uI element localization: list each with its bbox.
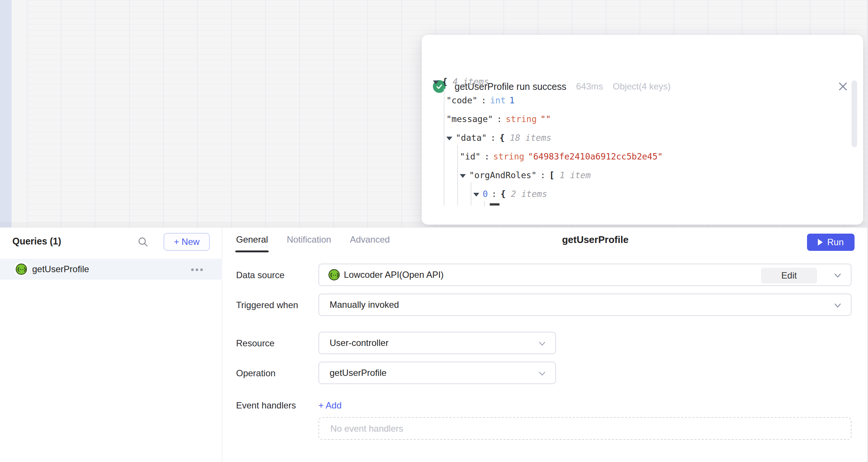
json-key: "message" (446, 114, 493, 124)
json-key: "id" (460, 152, 480, 161)
json-bracket: [ (549, 170, 554, 180)
collapse-arrow-icon[interactable] (433, 80, 439, 84)
event-handlers-label: Event handlers (236, 400, 296, 411)
json-tree-row: "id":string"64983fe2410a6912cc5b2e45" (433, 147, 844, 166)
collapse-arrow-icon[interactable] (446, 137, 452, 140)
event-handlers-empty-text: No event handlers (330, 423, 403, 434)
operation-value: getUserProfile (330, 368, 386, 378)
event-handlers-empty-box: No event handlers (318, 417, 852, 440)
popup-scrollbar[interactable] (852, 80, 857, 147)
json-item-count: 2 items (511, 189, 547, 199)
json-colon: : (497, 114, 502, 124)
resource-label: Resource (236, 338, 275, 349)
resource-value: User-controller (330, 338, 388, 348)
json-colon: : (540, 170, 545, 180)
json-tree-row: "message":string"" (433, 110, 844, 128)
json-key: "orgAndRoles" (469, 170, 537, 180)
json-colon: : (484, 152, 489, 161)
chevron-down-icon (537, 339, 547, 350)
add-event-handler-link[interactable]: + Add (318, 400, 342, 411)
new-query-button[interactable]: + New (163, 233, 210, 251)
edit-datasource-button[interactable]: Edit (761, 268, 817, 283)
operation-select[interactable]: getUserProfile (318, 362, 556, 384)
json-tree-row: {4 items (433, 72, 844, 91)
json-type-label: string (493, 152, 524, 161)
search-icon[interactable] (136, 235, 150, 249)
triggered-when-value: Manually invoked (330, 300, 399, 310)
json-tree-row: "code":int1 (433, 91, 844, 110)
chevron-down-icon (833, 271, 843, 282)
json-colon: : (492, 189, 497, 199)
json-bracket: { (499, 133, 505, 143)
json-tree-row: "orgAndRoles":[1 item (433, 166, 844, 185)
clipped-row-sliver (490, 203, 499, 206)
indent-guide (457, 145, 458, 206)
resource-select[interactable]: User-controller (318, 332, 556, 354)
json-type-label: string (505, 114, 537, 124)
config-tabs: General Notification Advanced (235, 232, 391, 247)
data-source-label: Data source (236, 270, 284, 280)
json-key: "data" (456, 133, 487, 143)
collapse-arrow-icon[interactable] (473, 193, 479, 197)
query-panel: Queries (1) + New getUserProfile ••• Gen… (0, 227, 868, 462)
query-list-item[interactable]: getUserProfile ••• (0, 259, 222, 280)
canvas-left-strip (0, 0, 12, 227)
json-value: "" (541, 114, 551, 124)
json-colon: : (481, 95, 486, 105)
queries-header: Queries (1) + New (0, 228, 222, 256)
json-value: "64983fe2410a6912cc5b2e45" (528, 152, 663, 161)
triggered-when-label: Triggered when (236, 300, 298, 310)
play-icon (818, 239, 823, 246)
json-key: 0 (483, 189, 488, 199)
open-api-icon (328, 269, 340, 281)
json-bracket: { (442, 77, 447, 86)
chevron-down-icon (833, 301, 843, 312)
query-menu-icon[interactable]: ••• (191, 264, 204, 276)
run-label: Run (827, 237, 844, 247)
query-result-popup: getUserProfile run success 643ms Object(… (422, 35, 863, 225)
tab-notification[interactable]: Notification (286, 232, 332, 247)
queries-title: Queries (1) (12, 236, 61, 247)
json-tree-row: 0:{2 items (433, 185, 844, 203)
query-name: getUserProfile (32, 264, 89, 274)
query-config-panel: General Notification Advanced getUserPro… (223, 228, 868, 462)
lowcoder-query-editor: getUserProfile run success 643ms Object(… (0, 0, 868, 462)
json-type-label: int (490, 95, 506, 105)
json-key: "code" (446, 95, 477, 105)
data-source-value: Lowcoder API(Open API) (344, 270, 444, 280)
json-colon: : (490, 133, 496, 143)
json-item-count: 4 items (453, 77, 489, 86)
operation-label: Operation (236, 368, 275, 379)
json-value: 1 (510, 95, 515, 105)
collapse-arrow-icon[interactable] (460, 174, 466, 178)
tab-advanced[interactable]: Advanced (349, 232, 391, 247)
json-bracket: { (501, 189, 506, 199)
indent-guide (484, 201, 485, 206)
open-api-icon (15, 263, 28, 276)
json-item-count: 1 item (560, 170, 591, 180)
triggered-when-select[interactable]: Manually invoked (318, 294, 852, 316)
query-title: getUserProfile (562, 234, 629, 246)
data-source-select[interactable]: Lowcoder API(Open API) Edit (318, 264, 852, 286)
indent-guide (471, 182, 471, 206)
json-tree: {4 items"code":int1"message":string"""da… (433, 72, 844, 206)
json-item-count: 18 items (510, 133, 551, 143)
chevron-down-icon (537, 369, 547, 380)
tab-general[interactable]: General (235, 232, 269, 247)
json-tree-row: "data":{18 items (433, 128, 844, 147)
run-button[interactable]: Run (807, 234, 855, 251)
queries-sidebar: Queries (1) + New getUserProfile ••• (0, 228, 222, 462)
indent-guide (444, 89, 444, 206)
